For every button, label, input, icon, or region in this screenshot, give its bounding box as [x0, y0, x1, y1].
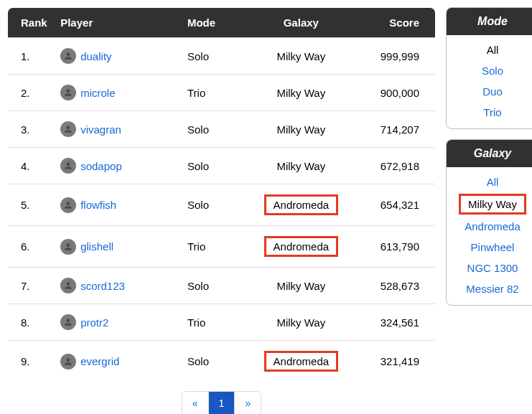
galaxy-filter-item[interactable]: All [481, 173, 505, 191]
table-row: 6.glishellTrioAndromeda613,790 [8, 226, 436, 268]
player-link[interactable]: microle [80, 87, 115, 99]
table-row: 7.scord123SoloMilky Way528,673 [8, 268, 436, 304]
rank-cell: 3. [8, 111, 55, 148]
score-cell: 999,999 [353, 38, 435, 75]
rank-cell: 1. [8, 38, 55, 75]
mode-filter-item[interactable]: All [481, 41, 505, 59]
table-row: 8.protr2TrioMilky Way324,561 [8, 304, 436, 341]
mode-cell: Trio [182, 304, 249, 341]
table-row: 1.dualitySoloMilky Way999,999 [8, 38, 436, 75]
score-cell: 528,673 [353, 268, 435, 304]
galaxy-filter-item[interactable]: Milky Way [459, 194, 526, 215]
galaxy-cell: Milky Way [249, 111, 354, 148]
galaxy-cell: Andromeda [249, 226, 354, 268]
player-link[interactable]: evergrid [80, 355, 119, 367]
galaxy-highlight: Andromeda [264, 351, 339, 372]
galaxy-filter-title: Galaxy [447, 140, 532, 167]
galaxy-filter-item[interactable]: NGC 1300 [462, 259, 524, 277]
score-cell: 714,207 [353, 111, 435, 148]
player-cell: sodapop [55, 148, 182, 184]
rank-cell: 2. [8, 75, 55, 111]
avatar-icon [60, 354, 76, 370]
player-cell: microle [55, 75, 182, 111]
player-link[interactable]: duality [80, 50, 111, 62]
rank-cell: 6. [8, 226, 55, 268]
score-cell: 321,419 [353, 341, 435, 382]
avatar-icon [60, 239, 76, 255]
mode-cell: Trio [182, 75, 249, 111]
avatar-icon [60, 85, 76, 100]
header-galaxy: Galaxy [249, 8, 354, 38]
galaxy-highlight: Andromeda [264, 236, 339, 257]
avatar-icon [60, 121, 76, 137]
galaxy-cell: Andromeda [249, 341, 354, 382]
player-link[interactable]: sodapop [80, 160, 122, 172]
rank-cell: 8. [8, 304, 55, 341]
mode-filter-item[interactable]: Trio [477, 103, 507, 121]
header-rank: Rank [8, 8, 55, 38]
galaxy-filter-item[interactable]: Andromeda [459, 217, 526, 235]
table-row: 9.evergridSoloAndromeda321,419 [8, 341, 436, 382]
galaxy-cell: Milky Way [249, 148, 354, 184]
mode-filter-panel: Mode AllSoloDuoTrio [446, 7, 532, 129]
galaxy-cell: Milky Way [249, 38, 354, 75]
header-score: Score [353, 8, 435, 38]
rank-cell: 9. [8, 341, 55, 382]
player-cell: duality [55, 38, 182, 75]
mode-cell: Solo [182, 268, 249, 304]
rank-cell: 7. [8, 268, 55, 304]
score-cell: 672,918 [353, 148, 435, 184]
galaxy-cell: Milky Way [249, 304, 354, 341]
player-link[interactable]: vivagran [80, 123, 121, 136]
galaxy-highlight: Andromeda [264, 194, 339, 215]
table-row: 3.vivagranSoloMilky Way714,207 [8, 111, 436, 148]
leaderboard-table: Rank Player Mode Galaxy Score 1.dualityS… [7, 7, 436, 382]
mode-cell: Solo [182, 148, 249, 184]
header-player: Player [55, 8, 182, 38]
score-cell: 613,790 [353, 226, 435, 268]
player-cell: protr2 [55, 304, 182, 341]
galaxy-filter-item[interactable]: Pinwheel [465, 238, 521, 256]
player-link[interactable]: flowfish [80, 199, 116, 211]
table-row: 2.microleTrioMilky Way900,000 [8, 75, 436, 111]
player-link[interactable]: glishell [80, 240, 113, 253]
pagination-page-1[interactable]: 1 [209, 392, 235, 414]
pagination-prev[interactable]: « [182, 392, 208, 414]
player-link[interactable]: protr2 [80, 316, 108, 329]
player-cell: vivagran [55, 111, 182, 148]
avatar-icon [60, 197, 76, 213]
galaxy-filter-item[interactable]: Messier 82 [460, 280, 524, 298]
player-cell: flowfish [55, 184, 182, 226]
score-cell: 654,321 [353, 184, 435, 226]
galaxy-cell: Milky Way [249, 75, 354, 111]
avatar-icon [60, 48, 76, 64]
mode-filter-title: Mode [447, 8, 532, 35]
rank-cell: 4. [8, 148, 55, 184]
galaxy-filter-panel: Galaxy AllMilky WayAndromedaPinwheelNGC … [446, 139, 532, 306]
avatar-icon [60, 314, 76, 330]
player-cell: glishell [55, 226, 182, 268]
score-cell: 324,561 [353, 304, 435, 341]
galaxy-cell: Milky Way [249, 268, 354, 304]
pagination-next[interactable]: » [235, 392, 261, 414]
table-row: 4.sodapopSoloMilky Way672,918 [8, 148, 436, 184]
galaxy-cell: Andromeda [249, 184, 354, 226]
avatar-icon [60, 278, 76, 293]
mode-cell: Solo [182, 184, 249, 226]
pagination: « 1 » [7, 391, 436, 414]
player-cell: scord123 [55, 268, 182, 304]
mode-cell: Solo [182, 111, 249, 148]
mode-filter-item[interactable]: Solo [476, 62, 509, 80]
score-cell: 900,000 [353, 75, 435, 111]
avatar-icon [60, 158, 76, 174]
header-mode: Mode [182, 8, 249, 38]
mode-cell: Solo [182, 341, 249, 382]
player-link[interactable]: scord123 [80, 280, 125, 292]
mode-cell: Solo [182, 38, 249, 75]
rank-cell: 5. [8, 184, 55, 226]
mode-cell: Trio [182, 226, 249, 268]
mode-filter-item[interactable]: Duo [477, 83, 508, 100]
table-row: 5.flowfishSoloAndromeda654,321 [8, 184, 436, 226]
player-cell: evergrid [55, 341, 182, 382]
